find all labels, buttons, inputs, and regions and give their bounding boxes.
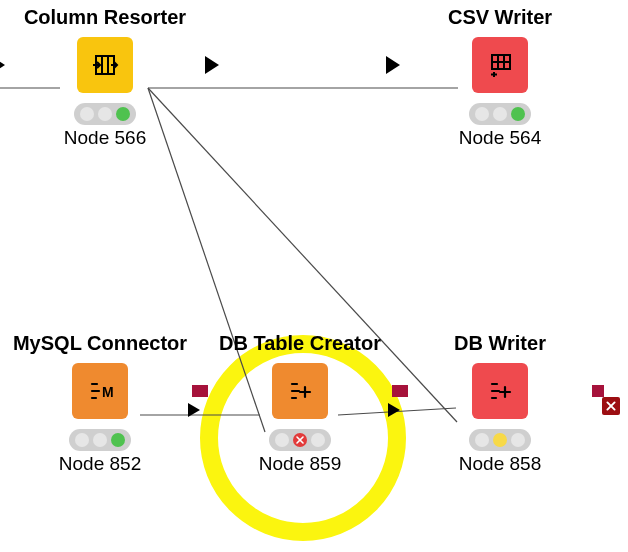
node-title: Column Resorter xyxy=(15,6,195,29)
data-in-port[interactable] xyxy=(386,56,400,74)
node-column-resorter[interactable]: Column Resorter Node 566 xyxy=(15,6,195,149)
status-lights xyxy=(269,429,331,451)
status-lights xyxy=(469,103,531,125)
status-error xyxy=(293,433,307,447)
status-lights xyxy=(69,429,131,451)
node-icon xyxy=(272,363,328,419)
node-icon: M xyxy=(72,363,128,419)
node-icon xyxy=(472,363,528,419)
node-mysql-connector[interactable]: MySQL Connector M Node 852 xyxy=(10,332,190,475)
data-in-port[interactable] xyxy=(0,56,5,74)
node-id: Node 858 xyxy=(410,453,590,475)
node-csv-writer[interactable]: CSV Writer Node 564 xyxy=(410,6,590,149)
status-executed xyxy=(511,107,525,121)
node-db-table-creator[interactable]: DB Table Creator Node 859 xyxy=(210,332,390,475)
svg-text:M: M xyxy=(102,384,114,400)
node-title: MySQL Connector xyxy=(10,332,190,355)
db-table-creator-icon xyxy=(285,376,315,406)
status-executed xyxy=(116,107,130,121)
node-id: Node 564 xyxy=(410,127,590,149)
db-writer-icon xyxy=(485,376,515,406)
data-out-port[interactable] xyxy=(205,56,219,74)
column-resorter-icon xyxy=(90,50,120,80)
node-id: Node 859 xyxy=(210,453,390,475)
node-id: Node 566 xyxy=(15,127,195,149)
error-badge-icon xyxy=(602,397,620,415)
node-id: Node 852 xyxy=(10,453,190,475)
node-icon xyxy=(472,37,528,93)
status-lights xyxy=(74,103,136,125)
csv-writer-icon xyxy=(485,50,515,80)
db-in-port[interactable] xyxy=(196,385,208,397)
db-out-port[interactable] xyxy=(592,385,604,397)
status-executed xyxy=(111,433,125,447)
status-lights xyxy=(469,429,531,451)
workflow-canvas[interactable]: Column Resorter Node 566 CSV Writer xyxy=(0,0,628,552)
node-db-writer[interactable]: DB Writer Node 858 xyxy=(410,332,590,475)
node-title: DB Table Creator xyxy=(210,332,390,355)
node-title: DB Writer xyxy=(410,332,590,355)
db-in-port[interactable] xyxy=(396,385,408,397)
mysql-connector-icon: M xyxy=(85,376,115,406)
data-in-port[interactable] xyxy=(388,403,400,417)
node-title: CSV Writer xyxy=(410,6,590,29)
data-in-port[interactable] xyxy=(188,403,200,417)
status-configured xyxy=(493,433,507,447)
node-icon xyxy=(77,37,133,93)
